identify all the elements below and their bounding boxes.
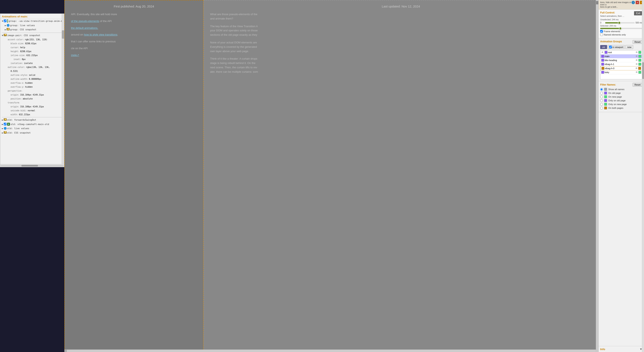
color-swatch-left: [601, 55, 604, 58]
frame-elements-row: Frame elements: [600, 30, 642, 32]
filter-on-new[interactable]: On new page: [600, 95, 642, 98]
scrollbar-thumb: [64, 350, 67, 352]
right-panel-scrollbar[interactable]: [642, 0, 644, 352]
fn-reset-button[interactable]: Reset: [632, 83, 642, 86]
content-horizontal-scrollbar[interactable]: [64, 350, 596, 352]
radio-only-new[interactable]: [600, 103, 603, 106]
ag-reset-button[interactable]: Reset: [632, 40, 642, 44]
close-button[interactable]: ✕: [636, 1, 639, 4]
folder-icon: 📁: [7, 28, 10, 30]
color-swatch-right: [638, 51, 641, 54]
named-elements-checkbox[interactable]: [600, 33, 603, 36]
new-page-text4: Think of it like a theater: A curtain dr…: [210, 57, 592, 74]
eye-off-icon: 👁: [601, 51, 604, 54]
ag-row-main[interactable]: main 👁: [600, 54, 642, 58]
ag-row-title-heading[interactable]: title-heading 👁: [600, 58, 642, 62]
eye-icon: 👁: [636, 59, 638, 62]
tree-arrow[interactable]: ▶: [5, 24, 6, 27]
old-page-text7: mple↗: [71, 53, 197, 58]
tree-item-old-css[interactable]: ▶ 📁 old: CSS snapshot: [0, 131, 64, 135]
color-swatch-right: [638, 67, 641, 70]
content-vertical-scrollbar[interactable]: [596, 0, 598, 352]
ag-row-vtbag-h-1[interactable]: vtbag-h-1 👁: [600, 62, 642, 66]
slider-fill: [605, 22, 619, 24]
unselected-slider-track[interactable]: [605, 22, 635, 24]
tree-prop-overflow-x: overflow-x: hidden: [0, 81, 64, 85]
tree-arrow[interactable]: ▼: [2, 20, 3, 23]
tree-arrow[interactable]: ▶: [5, 28, 6, 31]
radio-on-both[interactable]: [600, 107, 603, 110]
color-swatch-right: [638, 71, 641, 74]
tree-label: group: -ua-view-transition-group-anim-ma…: [9, 20, 64, 23]
radio-on-new[interactable]: [600, 96, 603, 98]
filter-on-old[interactable]: On old page: [600, 92, 642, 94]
radio-only-old[interactable]: [600, 99, 603, 102]
ag-list[interactable]: 👁 root 👁 main 👁 title-heading: [600, 50, 642, 79]
in-viewport-label: in viewport: [612, 46, 624, 48]
info-button[interactable]: i: [632, 1, 635, 4]
scrollbar-thumb: [642, 62, 644, 79]
eye-icon: 👁: [636, 71, 638, 74]
ag-row-vtbag-h-0[interactable]: vtbag-h-0 👁: [600, 66, 642, 70]
tree-arrow[interactable]: ▶: [2, 127, 3, 130]
tree-prop-blocksize: block-size: 8298.61px: [0, 42, 64, 46]
exit-button[interactable]: Exit: [634, 11, 642, 15]
prop-name: outline-color:: [8, 66, 25, 69]
tree-arrow[interactable]: ▼: [2, 34, 3, 37]
prop-value: rgb(153, 136, 119): [25, 38, 47, 41]
filter-names-section: Filter Names: Reset Show all names On ol…: [598, 81, 644, 112]
filter-on-both[interactable]: On both pages: [600, 106, 642, 110]
selected-slider-track[interactable]: [600, 28, 642, 29]
right-panel: tions, hide old and new images or even a…: [598, 0, 644, 352]
tree-prop-transform: transform-: [0, 101, 64, 105]
ag-row-bsky[interactable]: bsky 👁: [600, 70, 642, 74]
ag-in-viewport-button[interactable]: in viewport: [608, 45, 625, 49]
tree-checkbox-old-vtbag[interactable]: [4, 123, 6, 126]
slider-max: 500 ms: [636, 22, 642, 24]
tree-item-group-css[interactable]: ▶ 📁 group: CSS snapshot: [0, 28, 64, 32]
frame-elements-checkbox[interactable]: [600, 30, 603, 32]
radio-on-old[interactable]: [600, 92, 603, 94]
color-swatch-left: [601, 63, 604, 66]
tree-arrow[interactable]: ▶: [2, 123, 3, 126]
old-page-text5: that I can offer some links to previous: [71, 40, 197, 44]
tree-prop-accent: accent-color: rgb(153, 136, 119): [0, 38, 64, 42]
tree-item-group-live[interactable]: ▶ 🌐 group: live values: [0, 24, 64, 28]
tree-checkbox-group-ua[interactable]: [4, 20, 6, 22]
tree-prop-perspective: perspective-: [0, 89, 64, 93]
tree-item-old-forwards[interactable]: ▶ 📁 old: forwardsSwingOut: [0, 118, 64, 122]
notification-bar: tions, hide old and new images or even a…: [598, 0, 644, 10]
ag-item-name: bsky: [604, 71, 609, 74]
tree-arrow[interactable]: ▶: [2, 118, 3, 122]
on-old-label: On old page: [608, 92, 621, 94]
color-swatch-left: [601, 71, 604, 74]
vertical-scrollbar-left[interactable]: [62, 14, 64, 164]
left-panel: Animations of main: ▼ ▣ group: -ua-view-…: [0, 14, 64, 167]
tree-item-old-vtbag[interactable]: ▶ ▣ old: vtbag-camshaft-main-old: [0, 122, 64, 127]
ag-new-button[interactable]: new: [625, 45, 633, 49]
folder-green-icon: ▣: [7, 20, 8, 22]
tree-label: group: CSS snapshot: [10, 28, 36, 32]
horizontal-scrollbar[interactable]: [0, 164, 64, 167]
info-section[interactable]: Info ▼: [598, 346, 644, 352]
tree-label: image-pair: CSS snapshot: [7, 34, 40, 38]
in-viewport-checkbox[interactable]: [609, 46, 612, 48]
filter-show-all[interactable]: Show all names: [600, 88, 642, 91]
ag-old-button[interactable]: old: [600, 45, 607, 49]
tree-item-old-live[interactable]: ▶ 🌐 old: live values: [0, 126, 64, 131]
eye-icon: 👁: [636, 51, 638, 54]
filter-only-old[interactable]: Only on old page: [600, 99, 642, 102]
prop-value: rgba(136, 136, 136,: [26, 66, 50, 69]
prop-value: help: [20, 46, 25, 49]
eye-icon: 👁: [636, 63, 638, 66]
ag-item-name: vtbag-h-0: [605, 67, 614, 70]
tree-item-group-ua[interactable]: ▼ ▣ group: -ua-view-transition-group-ani…: [0, 19, 64, 24]
tree-arrow[interactable]: ▶: [2, 131, 3, 134]
tree-prop-perspective2: origin: 316.104px 4149.31px: [0, 93, 64, 97]
filter-only-new[interactable]: Only on new page: [600, 103, 642, 106]
radio-show-all[interactable]: [600, 88, 603, 91]
tree-scroll[interactable]: ▼ ▣ group: -ua-view-transition-group-ani…: [0, 19, 64, 164]
ag-row-root[interactable]: 👁 root 👁: [600, 50, 642, 54]
tree-item-imagepair[interactable]: ▼ 📁 image-pair: CSS snapshot: [0, 34, 64, 38]
prop-name: perspective-: [8, 89, 23, 92]
